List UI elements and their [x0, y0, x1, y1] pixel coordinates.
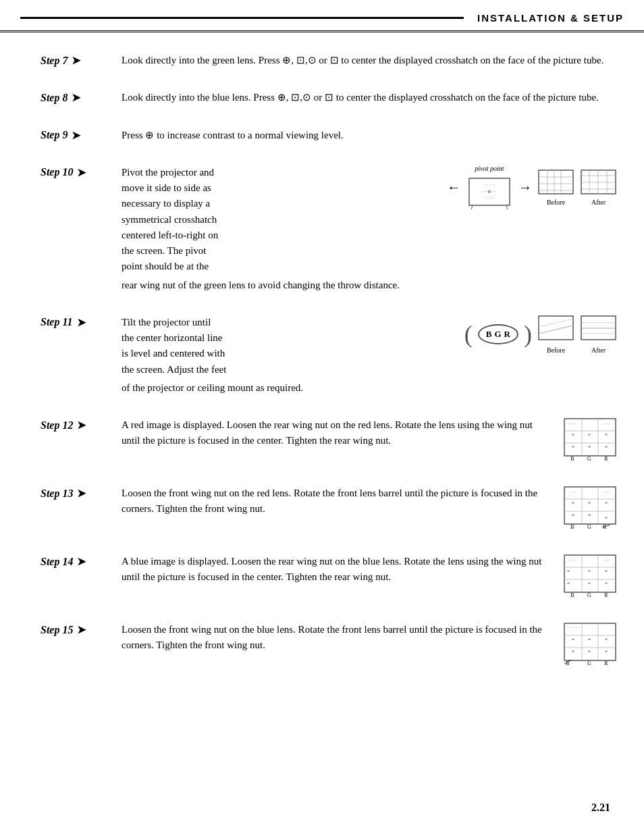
svg-text:B: B	[570, 592, 574, 598]
step-11-diagram: ( B G R ) Be	[464, 315, 617, 354]
header-rule	[20, 17, 464, 19]
svg-text:*: *	[605, 432, 608, 439]
svg-text:R: R	[604, 660, 608, 666]
step13-svg: · · · · · · * * * * * * B G R	[563, 486, 617, 529]
step-13-arrow: ➤	[77, 487, 86, 500]
page-header: INSTALLATION & SETUP	[0, 0, 644, 32]
step12-svg: · · · · · · * * * * * * B G R	[563, 417, 617, 461]
step-11-arrow: ➤	[77, 316, 86, 329]
step-14-text-block: A blue image is displayed. Loosen the re…	[122, 554, 549, 585]
step-9-text: Step 9	[41, 129, 68, 141]
page-number: 2.21	[591, 802, 610, 814]
step14-svg: · · · · · · * * * * * * B G R	[563, 554, 617, 598]
svg-text:*: *	[588, 569, 591, 575]
step-14-row: Step 14 ➤ A blue image is displayed. Loo…	[41, 554, 617, 600]
step-10-text: Step 10	[41, 166, 73, 178]
svg-text:*: *	[572, 513, 575, 519]
step-11-row: Step 11 ➤ Tilt the projector until the c…	[41, 315, 617, 396]
step-12-text: Step 12	[41, 419, 73, 432]
step-13-text: Step 13	[41, 488, 73, 500]
svg-text:· · ·: · · ·	[570, 558, 576, 563]
step-15-illustration: · · · · · · * * * * * * B G R	[563, 622, 617, 669]
step-11-before-label: Before	[547, 346, 565, 354]
step11-before-svg	[537, 315, 574, 345]
step-7-text: Step 7	[41, 55, 68, 67]
step-8-label: Step 8 ➤	[41, 90, 122, 104]
step-11-content: Tilt the projector until the center hori…	[122, 315, 617, 396]
step-11-label: Step 11 ➤	[41, 315, 122, 329]
step-9-row: Step 9 ➤ Press ⊕ to increase contrast to…	[41, 128, 617, 143]
svg-text:*: *	[588, 513, 591, 519]
step-10-arrow: ➤	[77, 166, 86, 179]
step-11-screen-before: Before	[537, 315, 574, 354]
close-bracket: )	[524, 322, 532, 346]
step-10-diagram: ← pivot point · · · · · · · ⊕ · · · · · …	[447, 165, 617, 210]
page-content: Step 7 ➤ Look directly into the green le…	[0, 32, 644, 710]
svg-text:· · ⊕ · ·: · · ⊕ · ·	[483, 189, 496, 194]
step-14-text: Step 14	[41, 556, 73, 568]
svg-text:*: *	[572, 637, 575, 644]
svg-text:B: B	[570, 524, 574, 529]
step-10-main-text: Pivot the projector and move it side to …	[122, 165, 440, 275]
step-14-label: Step 14 ➤	[41, 554, 122, 568]
step-8-text: Step 8	[41, 92, 68, 104]
step-9-label: Step 9 ➤	[41, 128, 122, 142]
step-11-main-text: Tilt the projector until the center hori…	[122, 315, 458, 377]
screen-before-svg	[537, 169, 574, 197]
step-7-content: Look directly into the green lens. Press…	[122, 53, 617, 68]
step-11-top: Tilt the projector until the center hori…	[122, 315, 617, 377]
step-9-content: Press ⊕ to increase contrast to a normal…	[122, 128, 617, 143]
lens-g-label: G	[494, 329, 501, 340]
svg-text:*: *	[605, 581, 608, 588]
svg-text:*: *	[572, 432, 575, 439]
svg-text:*: *	[572, 500, 575, 507]
svg-text:*: *	[605, 569, 608, 575]
svg-text:*: *	[605, 444, 608, 451]
step-12-label: Step 12 ➤	[41, 417, 122, 432]
step-10-row: Step 10 ➤ Pivot the projector and move i…	[41, 165, 617, 293]
step-11-continuation: of the projector or ceiling mount as req…	[122, 380, 617, 396]
step-10-continuation: rear wing nut of the green lens to avoid…	[122, 278, 617, 293]
svg-text:*: *	[588, 581, 591, 588]
step-13-text-block: Loosen the front wing nut on the red len…	[122, 486, 549, 517]
svg-text:· · ·: · · ·	[604, 421, 610, 427]
svg-text:*: *	[588, 649, 591, 656]
step-10-top: Pivot the projector and move it side to …	[122, 165, 617, 275]
screen-before: Before	[537, 169, 574, 206]
svg-line-21	[539, 325, 573, 334]
step-15-content: Loosen the front wing nut on the blue le…	[122, 622, 617, 669]
svg-text:· · ·: · · ·	[604, 490, 610, 495]
svg-text:· · ·: · · ·	[570, 490, 576, 495]
svg-line-4	[471, 205, 473, 209]
screen-after-svg	[580, 169, 617, 197]
svg-rect-20	[539, 316, 573, 340]
svg-rect-13	[581, 170, 616, 194]
svg-text:B: B	[570, 456, 574, 461]
step-9-arrow: ➤	[72, 129, 80, 142]
svg-text:· · ·  · · ·: · · · · · ·	[568, 625, 579, 629]
step-11-screen-after: After	[580, 315, 617, 354]
step-7-label: Step 7 ➤	[41, 53, 122, 67]
lens-diagram: B G R	[478, 324, 518, 344]
svg-text:G: G	[587, 456, 591, 461]
step15-svg: · · · · · · * * * * * * B G R	[563, 622, 617, 666]
svg-text:*: *	[567, 569, 570, 575]
step-14-arrow: ➤	[77, 555, 86, 568]
step-8-row: Step 8 ➤ Look directly into the blue len…	[41, 90, 617, 105]
step-12-illustration: · · · · · · * * * * * * B G R	[563, 417, 617, 464]
svg-text:*: *	[605, 637, 608, 644]
open-bracket: (	[464, 322, 473, 346]
step-10-text-block: Pivot the projector and move it side to …	[122, 165, 440, 275]
step-15-text: Step 15	[41, 624, 73, 636]
svg-text:R: R	[604, 456, 608, 461]
step-15-text-block: Loosen the front wing nut on the blue le…	[122, 622, 549, 654]
pivot-diagram: pivot point · · · · · · · ⊕ · · · · · · …	[466, 165, 513, 210]
step11-after-svg	[580, 315, 617, 345]
pivot-label: pivot point	[475, 165, 504, 173]
svg-text:G: G	[587, 660, 591, 666]
lens-b-label: B	[486, 329, 492, 340]
step-13-row: Step 13 ➤ Loosen the front wing nut on t…	[41, 486, 617, 532]
step-15-row: Step 15 ➤ Loosen the front wing nut on t…	[41, 622, 617, 669]
step-11-text: Step 11	[41, 316, 73, 328]
step-13-label: Step 13 ➤	[41, 486, 122, 500]
